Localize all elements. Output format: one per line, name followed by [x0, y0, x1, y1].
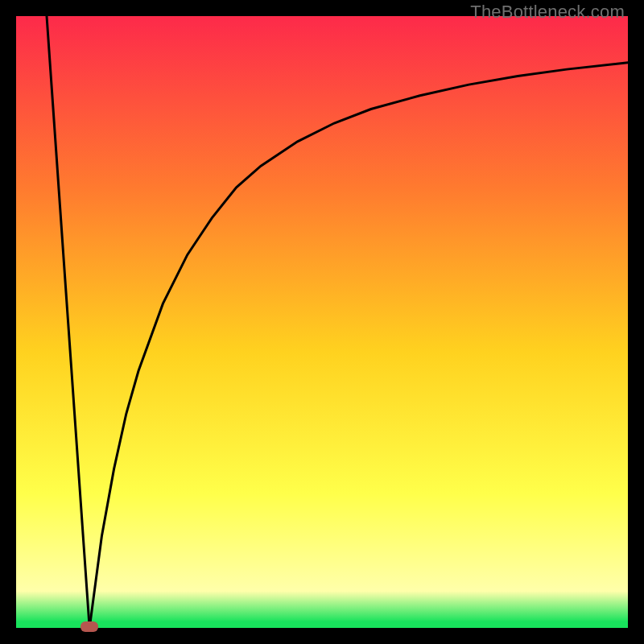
chart-frame	[16, 16, 628, 628]
watermark-text: TheBottleneck.com	[470, 2, 625, 23]
bottleneck-plot	[16, 16, 628, 628]
optimum-marker	[80, 621, 98, 632]
gradient-background	[16, 16, 628, 628]
